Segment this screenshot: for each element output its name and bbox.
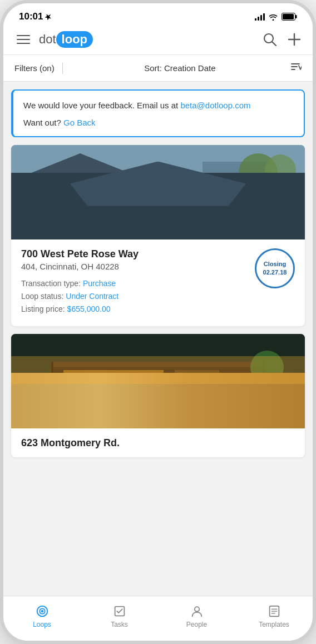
time-display: 10:01 (19, 11, 43, 22)
svg-rect-24 (11, 384, 305, 428)
svg-point-21 (265, 154, 296, 186)
header-actions (263, 32, 302, 47)
phone-frame: 10:01 (0, 0, 316, 644)
battery-icon (282, 13, 297, 21)
logo-dot-text: dot (39, 32, 56, 47)
svg-rect-16 (86, 187, 113, 209)
property-image-2 (11, 334, 305, 428)
people-icon (190, 604, 204, 618)
svg-point-3 (264, 34, 273, 43)
svg-rect-31 (11, 415, 305, 428)
svg-rect-32 (264, 373, 270, 417)
property-info-2: 623 Montgomery Rd. (11, 428, 305, 457)
transaction-type-label: Transaction type: (21, 279, 81, 288)
svg-rect-15 (41, 187, 69, 209)
loop-status-value: Under Contract (66, 292, 119, 301)
svg-rect-12 (24, 176, 136, 239)
svg-rect-14 (147, 181, 292, 239)
bottom-nav: Loops Tasks People Templates (3, 596, 313, 641)
svg-point-40 (194, 607, 199, 611)
loop-status-detail: Loop status: Under Contract (21, 292, 295, 301)
svg-rect-27 (63, 370, 164, 417)
app-logo: dot loop (39, 31, 263, 48)
svg-rect-22 (257, 189, 260, 201)
listing-price-value: $655,000.00 (67, 304, 111, 313)
nav-loops[interactable]: Loops (3, 601, 81, 632)
feedback-text: We would love your feedback. Email us at… (23, 99, 294, 112)
property-info-1: 700 West Pete Rose Way 404, Cincinnati, … (11, 239, 305, 326)
svg-rect-35 (24, 412, 58, 415)
add-icon[interactable] (287, 32, 302, 47)
transaction-type-detail: Transaction type: Purchase (21, 279, 295, 288)
feedback-card: We would love your feedback. Email us at… (11, 89, 305, 137)
logo-loop-text: loop (56, 31, 93, 48)
svg-rect-18 (208, 189, 241, 214)
people-label: People (186, 621, 207, 628)
svg-rect-36 (30, 406, 52, 413)
closing-label: Closing (264, 260, 286, 268)
search-icon[interactable] (263, 32, 277, 47)
templates-icon (267, 604, 282, 618)
tasks-icon (112, 604, 127, 618)
app-header: dot loop (3, 27, 313, 55)
property-address-sub-1: 404, Cincinnati, OH 40228 (21, 262, 295, 271)
main-content: We would love your feedback. Email us at… (3, 82, 313, 596)
svg-line-4 (273, 42, 276, 46)
nav-people[interactable]: People (158, 601, 235, 632)
svg-rect-17 (158, 189, 191, 214)
feedback-message: We would love your feedback. Email us at (23, 101, 178, 110)
property-address-main-1: 700 West Pete Rose Way (21, 248, 295, 260)
listing-price-label: Listing price: (21, 304, 65, 313)
property-image-1 (11, 145, 305, 239)
feedback-email[interactable]: beta@dotloop.com (180, 101, 250, 110)
location-icon (45, 13, 52, 20)
svg-rect-26 (52, 362, 264, 367)
want-out-text: Want out? (23, 118, 61, 127)
sort-text[interactable]: Sort: Creation Date (71, 63, 289, 73)
status-time: 10:01 (19, 11, 52, 22)
svg-rect-34 (63, 370, 164, 417)
wifi-icon (268, 13, 278, 21)
loops-icon (35, 604, 50, 618)
closing-date: 02.27.18 (263, 268, 287, 276)
filter-text[interactable]: Filters (on) (14, 63, 55, 73)
svg-rect-25 (52, 362, 264, 428)
hamburger-menu[interactable] (14, 33, 32, 46)
filter-bar: Filters (on) Sort: Creation Date (3, 55, 313, 82)
filter-divider (62, 63, 63, 74)
status-bar: 10:01 (3, 3, 313, 27)
property-card-2[interactable]: 623 Montgomery Rd. (11, 334, 305, 457)
tasks-label: Tasks (111, 621, 128, 628)
signal-bars (255, 13, 265, 21)
svg-rect-23 (11, 334, 305, 428)
loops-label: Loops (33, 621, 51, 628)
loop-status-label: Loop status: (21, 292, 63, 301)
svg-point-38 (41, 610, 43, 613)
transaction-type-value: Purchase (83, 279, 116, 288)
closing-badge: Closing 02.27.18 (255, 248, 295, 288)
status-icons (255, 13, 297, 21)
nav-templates[interactable]: Templates (235, 601, 313, 632)
svg-rect-2 (295, 15, 297, 18)
templates-label: Templates (259, 621, 289, 628)
svg-rect-1 (283, 14, 294, 19)
svg-rect-11 (11, 189, 305, 239)
svg-point-33 (250, 351, 284, 384)
nav-tasks[interactable]: Tasks (81, 601, 158, 632)
property-address-main-2: 623 Montgomery Rd. (21, 437, 295, 449)
go-back-link[interactable]: Go Back (63, 118, 96, 127)
svg-rect-28 (175, 370, 219, 417)
sort-icon[interactable] (289, 61, 302, 76)
feedback-goback-text: Want out? Go Back (23, 118, 294, 127)
property-card-1[interactable]: 700 West Pete Rose Way 404, Cincinnati, … (11, 145, 305, 326)
listing-price-detail: Listing price: $655,000.00 (21, 304, 295, 313)
